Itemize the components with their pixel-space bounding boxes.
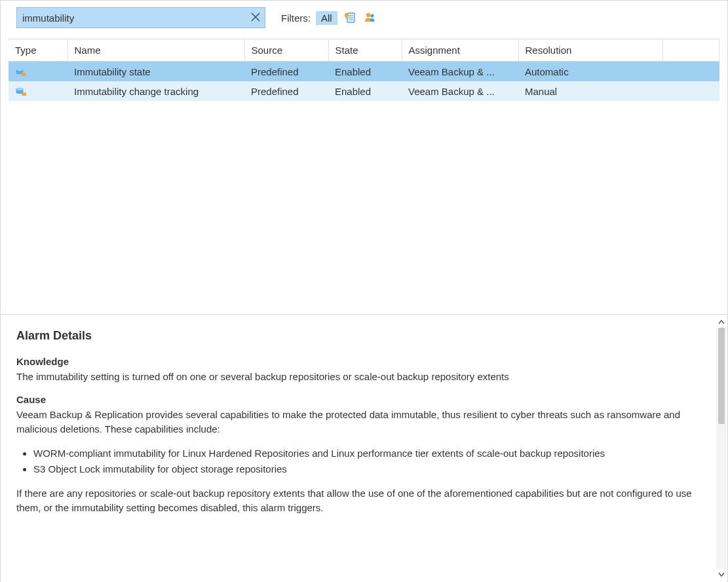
cell-assignment: Veeam Backup & ...: [402, 81, 518, 101]
cell-name: Immutability state: [67, 62, 244, 82]
table-row[interactable]: Immutability state Predefined Enabled Ve…: [9, 62, 719, 82]
cell-resolution: Manual: [518, 81, 662, 101]
svg-point-14: [16, 88, 24, 90]
alarms-table-area: Type Name Source State Assignment Resolu…: [1, 39, 727, 101]
svg-rect-7: [345, 17, 347, 19]
filter-predefined-icon[interactable]: [343, 10, 357, 25]
search-input[interactable]: [17, 10, 246, 26]
table-header-row: Type Name Source State Assignment Resolu…: [9, 39, 719, 62]
cell-assignment: Veeam Backup & ...: [402, 62, 518, 82]
cause-bullet: WORM-compliant immutability for Linux Ha…: [33, 446, 710, 461]
details-title: Alarm Details: [16, 329, 710, 343]
alarm-details-pane: Alarm Details Knowledge The immutability…: [1, 315, 727, 582]
cell-state: Enabled: [328, 81, 402, 101]
cause-intro: Veeam Backup & Replication provides seve…: [16, 408, 710, 437]
cell-state: Enabled: [328, 62, 402, 82]
clear-search-button[interactable]: [246, 9, 265, 27]
table-row[interactable]: Immutability change tracking Predefined …: [9, 81, 719, 101]
details-scrollbar[interactable]: [716, 317, 727, 579]
knowledge-text: The immutability setting is turned off o…: [16, 370, 710, 385]
search-box: [16, 7, 265, 28]
col-assignment[interactable]: Assignment: [402, 39, 518, 62]
table-empty-space: [1, 101, 727, 314]
filters-group: Filters: All: [281, 10, 377, 25]
filter-user-icon[interactable]: [362, 10, 377, 25]
repository-icon: [15, 87, 27, 97]
close-icon: [251, 11, 260, 25]
knowledge-heading: Knowledge: [16, 356, 710, 367]
filters-label: Filters:: [281, 12, 311, 24]
scroll-thumb[interactable]: [718, 328, 725, 424]
scroll-up-icon[interactable]: [716, 317, 727, 328]
alarms-table: Type Name Source State Assignment Resolu…: [9, 39, 719, 101]
col-spacer: [662, 39, 719, 62]
col-type[interactable]: Type: [9, 39, 67, 62]
cause-outro: If there are any repositories or scale-o…: [16, 486, 710, 516]
svg-point-8: [366, 13, 370, 18]
svg-rect-12: [22, 73, 26, 76]
cell-type: [9, 81, 67, 101]
cell-source: Predefined: [244, 62, 328, 82]
svg-point-9: [370, 14, 374, 17]
cell-source: Predefined: [244, 81, 328, 101]
cause-list: WORM-compliant immutability for Linux Ha…: [16, 446, 710, 477]
col-resolution[interactable]: Resolution: [518, 39, 662, 62]
col-state[interactable]: State: [328, 39, 402, 62]
scroll-track[interactable]: [716, 328, 727, 569]
filter-all[interactable]: All: [316, 11, 337, 25]
col-source[interactable]: Source: [244, 39, 328, 62]
toolbar: Filters: All: [1, 1, 727, 39]
cell-resolution: Automatic: [518, 62, 662, 82]
cause-bullet: S3 Object Lock immutability for object s…: [33, 462, 710, 477]
col-name[interactable]: Name: [67, 39, 244, 62]
cause-heading: Cause: [16, 394, 710, 405]
repository-icon: [15, 67, 27, 77]
cell-type: [9, 62, 67, 82]
svg-point-11: [16, 68, 24, 71]
svg-point-6: [344, 13, 348, 17]
cell-name: Immutability change tracking: [67, 81, 244, 101]
svg-rect-15: [22, 92, 26, 96]
app-frame: Filters: All: [0, 0, 728, 582]
scroll-down-icon[interactable]: [716, 569, 727, 579]
